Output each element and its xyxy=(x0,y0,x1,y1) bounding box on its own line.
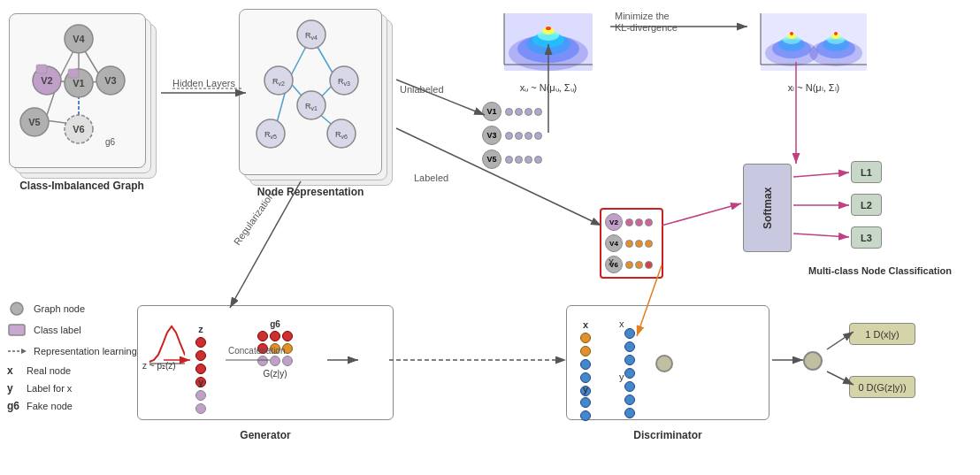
legend-rect-icon xyxy=(7,322,27,338)
node-rep-section: Rv4 Rv2 Rv3 Rv1 Rv5 Rv6 Node Representat… xyxy=(239,9,402,208)
node-v1: V1 xyxy=(482,102,501,121)
output-l1: L1 xyxy=(851,161,882,183)
unlabeled-dist: xᵤ ~ N(μᵤ, Σᵤ) xyxy=(495,4,601,84)
graph-section: V4 V2 V1 V3 V5 V6 g6 xyxy=(9,13,172,208)
g6-label: g6 xyxy=(270,319,280,329)
softmax-box: Softmax xyxy=(743,164,792,252)
svg-rect-55 xyxy=(36,65,47,73)
legend-circle-icon xyxy=(7,301,27,317)
disc-hidden xyxy=(624,328,635,418)
g-zy-section: g6 G(z|y) xyxy=(257,319,293,379)
generator-box: z ~ p₂(z) z y g6 xyxy=(137,305,394,420)
output-merge-circle xyxy=(803,351,823,371)
output-l3: L3 xyxy=(851,226,882,249)
output-0-text: 0 D(G(z|y)) xyxy=(858,382,906,393)
legend-dashed-arrow-icon xyxy=(7,343,27,359)
svg-text:V6: V6 xyxy=(73,124,84,134)
legend-x-text: Real node xyxy=(27,365,71,376)
labeled-v2: V2 xyxy=(605,213,658,231)
svg-rect-58 xyxy=(9,325,25,335)
node-v4: V4 xyxy=(605,234,623,252)
svg-text:Minimize the: Minimize the xyxy=(615,11,670,21)
svg-text:V4: V4 xyxy=(73,34,85,44)
node-v5: V5 xyxy=(482,149,501,169)
g-zy-label: G(z|y) xyxy=(263,369,287,379)
node-v3: V3 xyxy=(482,126,501,145)
labeled-nodes: V2 V4 V6 xyxy=(600,208,663,279)
unlabeled-nodes: V1 V3 V5 xyxy=(482,102,562,169)
svg-marker-60 xyxy=(21,349,27,354)
node-rep-svg: Rv4 Rv2 Rv3 Rv1 Rv5 Rv6 xyxy=(240,10,383,176)
svg-text:g6: g6 xyxy=(105,137,116,147)
legend-y-text: Label for x xyxy=(27,383,72,394)
labeled-dist: xₗ ~ N(μₗ, Σₗ) xyxy=(752,4,876,84)
svg-text:Unlabeled: Unlabeled xyxy=(400,84,444,95)
diagram-container: Hidden Layers Unlabeled Labeled Minimize… xyxy=(0,0,980,475)
legend-class-label-text: Class label xyxy=(34,325,81,335)
classification-title: Multi-class Node Classification xyxy=(796,265,964,276)
svg-line-17 xyxy=(793,172,849,177)
unlabeled-dist-svg xyxy=(495,4,601,84)
node-v2: V2 xyxy=(605,213,623,231)
softmax-label: Softmax xyxy=(762,187,774,228)
svg-line-7 xyxy=(396,80,485,115)
y-node-disc: y xyxy=(580,384,591,421)
svg-line-19 xyxy=(793,234,849,237)
svg-text:V3: V3 xyxy=(104,75,116,86)
legend-x-icon: x xyxy=(7,364,27,377)
v3-features xyxy=(505,132,542,140)
output-d0: 0 D(G(z|y)) xyxy=(849,376,915,398)
disc-merge-circle xyxy=(655,355,673,372)
svg-text:Hidden Layers: Hidden Layers xyxy=(172,78,235,88)
v1-features xyxy=(505,108,542,116)
node-rep-title: Node Representation xyxy=(239,186,382,198)
legend-rep-learning-text: Representation learning xyxy=(34,346,137,356)
svg-text:V2: V2 xyxy=(41,75,52,86)
generator-title: Generator xyxy=(137,429,394,441)
graph-svg: V4 V2 V1 V3 V5 V6 g6 xyxy=(10,14,147,169)
graph-title: Class-Imbalanced Graph xyxy=(9,180,155,192)
legend-g6-icon: g6 xyxy=(7,400,27,412)
unlabeled-v3: V3 xyxy=(482,126,562,145)
g6-dots xyxy=(257,331,293,366)
svg-text:V1: V1 xyxy=(73,78,84,88)
v6-features xyxy=(625,261,653,269)
y-node-gen: y xyxy=(195,377,206,414)
svg-line-16 xyxy=(662,203,741,226)
svg-text:KL-divergence: KL-divergence xyxy=(615,22,678,33)
node-v6: V6 xyxy=(605,256,623,273)
svg-text:Labeled: Labeled xyxy=(414,172,448,183)
labeled-v6: V6 xyxy=(605,256,658,273)
output-l2: L2 xyxy=(851,194,882,216)
legend-g6-text: Fake node xyxy=(27,401,73,411)
v4-features xyxy=(625,240,653,248)
svg-text:V5: V5 xyxy=(28,117,40,127)
output-d1: 1 D(x|y) xyxy=(849,323,915,345)
discriminator-box: x y xyxy=(566,305,769,420)
labeled-dist-svg xyxy=(752,4,876,84)
z-formula: z ~ p₂(z) xyxy=(142,361,176,371)
svg-point-101 xyxy=(834,32,838,35)
v5-features xyxy=(505,156,542,164)
legend-graph-node-text: Graph node xyxy=(34,303,85,314)
svg-rect-56 xyxy=(68,69,79,78)
unlabeled-v1: V1 xyxy=(482,102,562,121)
svg-point-95 xyxy=(790,32,793,35)
legend-y-icon: y xyxy=(7,382,27,395)
labeled-v4: V4 xyxy=(605,234,658,252)
output-1-text: 1 D(x|y) xyxy=(865,329,899,340)
svg-point-86 xyxy=(546,27,551,30)
unlabeled-v5: V5 xyxy=(482,149,562,169)
v2-features xyxy=(625,218,653,226)
svg-point-57 xyxy=(11,303,23,315)
discriminator-title: Discriminator xyxy=(566,429,769,441)
